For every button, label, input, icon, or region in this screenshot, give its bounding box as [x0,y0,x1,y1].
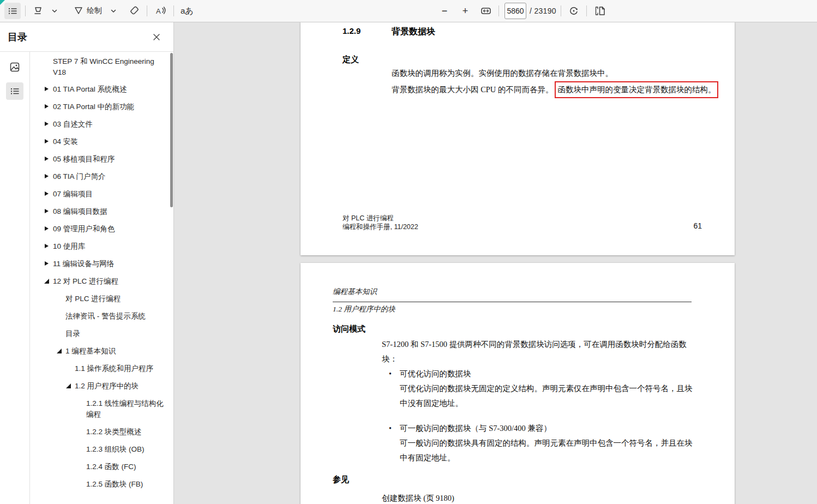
header-rule [333,302,692,302]
toc-item[interactable]: 1.2.5 函数块 (FB) [31,479,169,490]
expand-arrow-icon[interactable] [44,136,53,147]
erase-button[interactable] [126,3,142,19]
arrow-spacer [77,427,86,437]
thumbnails-tab-button[interactable] [6,58,23,76]
sidebar-close-button[interactable] [148,29,165,45]
expand-arrow-icon[interactable] [44,259,53,269]
collapse-arrow-icon[interactable] [65,381,75,392]
definition-heading: 定义 [343,55,359,65]
bullet-title: 可优化访问的数据块 [400,369,471,378]
expand-arrow-icon[interactable] [44,241,53,252]
draw-pen-icon [73,5,85,17]
toc-item[interactable]: 09 管理用户和角色 [31,224,169,235]
highlighted-annotation-box: 函数块中声明的变量决定背景数据块的结构。 [555,81,718,98]
toc-item[interactable]: 目录 [31,328,169,339]
toc-item[interactable]: 1.1 操作系统和用户程序 [31,363,169,374]
draw-button[interactable]: 绘制 [70,3,105,19]
bullet-title: 可一般访问的数据块（与 S7-300/400 兼容） [400,424,551,433]
read-aloud-button[interactable]: A [152,3,169,19]
toolbar-divider [173,5,174,16]
toc-item[interactable]: 1.2 用户程序中的块 [31,381,169,392]
arrow-spacer [77,398,86,409]
see-also-link[interactable]: 创建数据块 (页 9180) [382,491,454,504]
arrow-spacer [56,328,65,339]
intro-paragraph: S7-1200 和 S7-1500 提供两种不同的背景数据块访问选项，可在调用函… [382,337,696,367]
page-view-icon [593,5,606,17]
pdf-page-61: 1.2.9 背景数据块 定义 函数块的调用称为实例。实例使用的数据存储在背景数据… [301,22,735,255]
toc-item[interactable]: 06 TIA 门户简介 [31,171,169,182]
bullet-item: • 可一般访问的数据块（与 S7-300/400 兼容） 可一般访问的数据块具有… [389,421,694,465]
toc-item[interactable]: 05 移植项目和程序 [31,154,169,165]
zoom-out-button[interactable]: − [436,3,453,19]
toc-item[interactable]: 1.2.3 组织块 (OB) [31,444,169,455]
expand-arrow-icon[interactable] [44,101,53,112]
paragraph: 背景数据块的最大大小因 CPU 的不同而各异。函数块中声明的变量决定背景数据块的… [392,81,719,98]
fit-width-icon [480,5,492,16]
draw-options-button[interactable] [105,3,122,19]
zoom-in-button[interactable]: + [457,3,473,19]
toc-panel-toggle-button[interactable] [4,3,21,19]
toc-item[interactable]: 对 PLC 进行编程 [31,293,169,304]
document-canvas[interactable]: 1.2.9 背景数据块 定义 函数块的调用称为实例。实例使用的数据存储在背景数据… [175,22,817,504]
text-size-button[interactable]: aあ [178,3,196,19]
sidebar-rail [0,52,30,504]
pdf-page-62: 编程基本知识 1.2 用户程序中的块 访问模式 S7-1200 和 S7-150… [301,263,735,504]
collapse-arrow-icon[interactable] [56,346,65,357]
toc-item[interactable]: 01 TIA Portal 系统概述 [31,84,169,95]
expand-arrow-icon[interactable] [44,206,53,217]
toc-sidebar: 目录 STEP 7 和 WinCC Engineering V18 01 TIA… [0,22,174,504]
sidebar-header: 目录 [0,22,173,52]
toc-item[interactable]: 02 TIA Portal 中的新功能 [31,101,169,112]
expand-arrow-icon[interactable] [44,224,53,235]
sidebar-scrollbar-thumb[interactable] [170,53,173,207]
collapse-arrow-icon[interactable] [44,276,53,287]
toc-item[interactable]: 08 编辑项目数据 [31,206,169,217]
pdf-toolbar: 绘制 A aあ − + [0,0,817,22]
toolbar-divider [147,5,147,16]
text-size-label: aあ [181,6,194,16]
toc-document-title[interactable]: STEP 7 和 WinCC Engineering V18 [31,56,169,78]
bullet-body: 可优化访问的数据块无固定的定义结构。声明元素仅在声明中包含一个符号名，且块中没有… [400,384,693,407]
highlight-button[interactable] [30,3,46,19]
expand-arrow-icon[interactable] [44,84,53,95]
toc-item[interactable]: 1.2.2 块类型概述 [31,427,169,437]
section-number: 1.2.9 [343,26,392,38]
highlight-options-button[interactable] [46,3,63,19]
toc-item[interactable]: 法律资讯 - 警告提示系统 [31,311,169,322]
page-number-input[interactable] [504,3,526,19]
expand-arrow-icon[interactable] [44,189,53,200]
fit-width-button[interactable] [478,3,494,19]
section-title: 背景数据块 [392,26,435,38]
chevron-down-icon [110,8,117,14]
rotate-button[interactable] [566,3,582,19]
bullet-dot: • [389,421,400,465]
highlighter-icon [32,5,44,17]
toc-item[interactable]: 03 自述文件 [31,119,169,130]
toc-item[interactable]: 12 对 PLC 进行编程 [31,276,169,287]
arrow-spacer [77,461,86,472]
access-mode-heading: 访问模式 [333,324,365,334]
arrow-spacer [77,444,86,455]
toc-tab-button[interactable] [6,82,23,100]
page-footer: 对 PLC 进行编程 编程和操作手册, 11/2022 [343,214,418,231]
toc-item[interactable]: 04 安装 [31,136,169,147]
toc-item[interactable]: 07 编辑项目 [31,189,169,200]
page-view-button[interactable] [591,3,609,19]
toc-item[interactable]: 1.2.4 函数 (FC) [31,461,169,472]
toc-icon [7,5,18,16]
toc-tree: STEP 7 和 WinCC Engineering V18 01 TIA Po… [31,52,169,504]
eraser-icon [128,5,140,17]
toolbar-divider [586,5,587,16]
arrow-spacer [56,293,65,304]
rotate-icon [568,5,580,17]
page-total-label: / 23190 [530,7,556,15]
expand-arrow-icon[interactable] [44,154,53,165]
toc-item[interactable]: 10 使用库 [31,241,169,252]
paragraph-text: 背景数据块的最大大小因 CPU 的不同而各异。 [392,85,553,94]
toc-item[interactable]: 1.2.1 线性编程与结构化编程 [31,398,169,420]
expand-arrow-icon[interactable] [44,171,53,182]
toc-item[interactable]: 11 编辑设备与网络 [31,259,169,269]
expand-arrow-icon[interactable] [44,119,53,130]
sidebar-title: 目录 [8,31,27,44]
toc-item[interactable]: 1 编程基本知识 [31,346,169,357]
